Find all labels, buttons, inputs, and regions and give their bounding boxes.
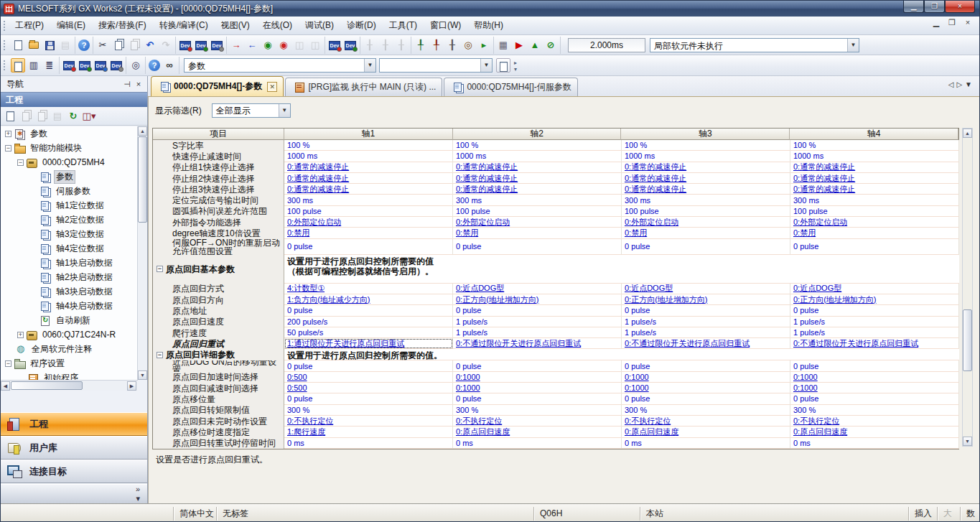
tab-list-icon[interactable]: ▼ (965, 80, 975, 88)
pin-icon[interactable]: ⊣ (121, 80, 133, 89)
value-cell-axis4[interactable]: 1 pulse/s (790, 327, 959, 338)
value-cell-axis4[interactable]: 0:通常的减速停止 (790, 173, 959, 184)
tree-item-8[interactable]: 轴3定位数据 (1, 227, 138, 241)
nav-button-library[interactable]: 用户库 (1, 436, 147, 460)
chevron-down-icon[interactable]: ▼ (364, 59, 375, 72)
value-cell-axis3[interactable]: 0:不执行定位 (622, 416, 790, 427)
execution-status-combobox[interactable]: 局部软元件未执行 ▼ (650, 38, 859, 52)
nav-button-project[interactable]: 工程 (1, 412, 147, 436)
value-cell-axis4[interactable]: 300 ms (790, 195, 959, 205)
value-cell-axis2[interactable]: 0:不执行定位 (453, 416, 622, 427)
tree-item-2[interactable]: −智能功能模块 (1, 141, 138, 155)
value-cell-axis1[interactable]: 300 ms (284, 195, 453, 205)
value-cell-axis2[interactable]: 1 pulse/s (453, 317, 622, 327)
value-cell-axis1[interactable]: 1:通过限位开关进行原点回归重试 (284, 338, 453, 349)
value-cell-axis3[interactable]: 300 % (622, 405, 790, 416)
value-cell-axis4[interactable]: 0:原点回归速度 (790, 427, 959, 437)
value-cell-axis1[interactable]: 100 % (284, 140, 453, 151)
chevron-down-icon[interactable]: ▼ (847, 39, 859, 52)
chevron-down-icon[interactable]: ▼ (480, 59, 492, 72)
value-cell-axis4[interactable]: 0:近点DOG型 (790, 284, 959, 294)
collapse-icon[interactable]: − (5, 360, 11, 367)
tree-item-18[interactable]: 初始程序 (1, 370, 138, 380)
section-label-cell[interactable]: −原点回归详细参数 (153, 349, 284, 360)
menu-item-6[interactable]: 在线(O) (256, 17, 299, 33)
value-cell-axis1[interactable]: 0 pulse (284, 239, 453, 255)
value-cell-axis4[interactable]: 1 pulse/s (790, 317, 959, 327)
table-vertical-scrollbar[interactable]: ▲ ▼ (962, 128, 973, 447)
value-cell-axis1[interactable]: 0:通常的减速停止 (284, 162, 453, 173)
value-cell-axis4[interactable]: 0 pulse (790, 360, 959, 371)
value-cell-axis2[interactable]: 0:不通过限位开关进行原点回归重试 (453, 338, 622, 349)
restore-button[interactable]: ❐ (924, 1, 945, 13)
value-cell-axis1[interactable]: 4:计数型① (284, 284, 453, 294)
value-cell-axis2[interactable]: 0:1000 (453, 383, 622, 393)
menu-item-8[interactable]: 诊断(D) (340, 17, 383, 33)
value-cell-axis3[interactable]: 1000 ms (622, 151, 790, 162)
tree-item-13[interactable]: 轴4块启动数据 (1, 299, 138, 313)
value-cell-axis1[interactable]: 50 pulse/s (284, 327, 453, 338)
value-cell-axis4[interactable]: 0:正方向(地址增加方向) (790, 294, 959, 305)
tab-2[interactable]: [PRG]监视 执行中 MAIN (只读) ... (285, 78, 442, 96)
value-cell-axis2[interactable]: 1 pulse/s (453, 327, 622, 338)
value-cell-axis2[interactable]: 0 pulse (453, 305, 622, 316)
find-icon[interactable]: ∞ (162, 58, 177, 73)
zoom-search-icon[interactable]: ◎ (129, 58, 143, 73)
nav-button-connection[interactable]: 连接目标 (1, 460, 147, 483)
value-cell-axis3[interactable]: 100 pulse (622, 206, 790, 217)
value-cell-axis3[interactable]: 0:通常的减速停止 (622, 184, 790, 195)
tree-item-17[interactable]: −程序设置 (1, 356, 138, 370)
value-cell-axis4[interactable]: 0:禁用 (790, 228, 959, 238)
tab-1[interactable]: 0000:QD75MH4[]-参数✕ (151, 76, 284, 96)
value-cell-axis4[interactable]: 0:1000 (790, 383, 959, 393)
menu-item-3[interactable]: 搜索/替换(F) (92, 17, 153, 33)
window-combobox[interactable]: ▼ (379, 58, 493, 73)
tab-3[interactable]: 0000:QD75MH4[]-伺服参数 (444, 78, 577, 96)
tree-item-9[interactable]: 轴4定位数据 (1, 241, 138, 256)
simulation-icon[interactable]: ▦ (496, 38, 510, 52)
collapse-icon[interactable]: − (157, 352, 163, 358)
scroll-up-icon[interactable]: ▲ (138, 126, 147, 136)
value-cell-axis1[interactable]: 0 pulse (284, 360, 453, 371)
close-panel-icon[interactable]: × (133, 80, 144, 88)
alarm-icon[interactable]: ▲ (528, 38, 542, 52)
value-cell-axis2[interactable]: 100 % (453, 140, 622, 151)
scroll-left-icon[interactable]: ◀ (1, 381, 10, 391)
tree-horizontal-scrollbar[interactable]: ◀ ▶ (1, 380, 138, 391)
document-zoom-icon[interactable] (496, 58, 510, 73)
value-cell-axis4[interactable]: 100 % (790, 140, 959, 151)
value-cell-axis2[interactable]: 100 pulse (453, 206, 622, 217)
find-combobox[interactable]: 参数 ▼ (184, 58, 376, 73)
ladder-find-icon[interactable]: ◎ (461, 38, 475, 52)
value-cell-axis2[interactable]: 0:通常的减速停止 (453, 162, 622, 173)
toolbar-overflow-icon[interactable]: ▸▾ (511, 57, 520, 73)
value-cell-axis3[interactable]: 100 % (622, 140, 790, 151)
navigation-window-icon[interactable] (11, 58, 25, 73)
value-cell-axis4[interactable]: 0 ms (790, 438, 959, 449)
ladder-run-icon[interactable]: ▸ (477, 38, 491, 52)
tree-hscroll-thumb[interactable] (11, 381, 83, 390)
menu-grip[interactable] (3, 20, 6, 32)
value-cell-axis3[interactable]: 0:不通过限位开关进行原点回归重试 (622, 338, 790, 349)
value-cell-axis2[interactable]: 300 ms (453, 195, 622, 205)
display-filter-combobox[interactable]: 全部显示 ▼ (212, 103, 291, 118)
close-button[interactable]: × (945, 1, 975, 13)
value-cell-axis2[interactable]: 0:禁用 (453, 228, 622, 238)
scroll-up-icon[interactable]: ▲ (963, 129, 972, 138)
cut-icon[interactable]: ✂ (95, 38, 110, 52)
value-cell-axis3[interactable]: 0:外部定位启动 (622, 217, 790, 228)
table-scroll-thumb[interactable] (963, 309, 972, 371)
value-cell-axis1[interactable]: 0 pulse (284, 393, 453, 404)
value-cell-axis4[interactable]: 300 % (790, 405, 959, 416)
tree-item-4[interactable]: 参数 (1, 169, 138, 184)
expand-icon[interactable]: + (17, 332, 24, 338)
value-cell-axis1[interactable]: 0 pulse (284, 305, 453, 316)
save-icon[interactable] (42, 38, 57, 52)
collapse-icon[interactable]: − (5, 145, 11, 152)
value-cell-axis2[interactable]: 0:外部定位启动 (453, 217, 622, 228)
value-cell-axis1[interactable]: 200 pulse/s (284, 317, 453, 327)
value-cell-axis1[interactable]: 0:禁用 (284, 228, 453, 238)
mdi-close-button[interactable]: × (962, 18, 974, 27)
help2-icon[interactable]: ? (149, 60, 160, 71)
value-cell-axis3[interactable]: 0:正方向(地址增加方向) (622, 294, 790, 305)
